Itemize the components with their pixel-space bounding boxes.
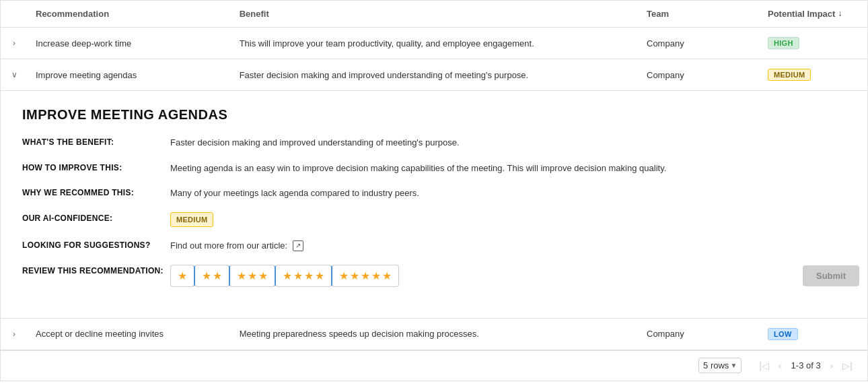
impact-badge: MEDIUM	[768, 69, 811, 81]
rows-dropdown[interactable]: 5 rows ▼	[698, 358, 742, 373]
recommendations-table: Recommendation Benefit Team Potential Im…	[0, 0, 868, 381]
impact-badge: LOW	[768, 328, 798, 340]
star-4-4: ★	[315, 269, 324, 282]
star-2-1: ★	[202, 269, 211, 282]
star-5-5: ★	[382, 269, 392, 282]
star-2-2: ★	[213, 269, 222, 282]
star-4-1: ★	[283, 269, 292, 282]
star-group-1[interactable]: ★	[170, 265, 194, 287]
table-row[interactable]: ∨ Improve meeting agendas Faster decisio…	[1, 59, 867, 91]
impact-col-header: Potential Impact ↓	[760, 6, 867, 22]
page-info: 1-3 of 3	[791, 360, 821, 370]
row-expand-chevron[interactable]: ›	[1, 38, 28, 48]
star-4-3: ★	[304, 269, 314, 282]
confidence-badge: MEDIUM	[170, 212, 213, 228]
row-benefit: This will improve your team productivity…	[231, 36, 639, 51]
row-recommendation: Improve meeting agendas	[28, 67, 231, 83]
review-detail-row: REVIEW THIS RECOMMENDATION: ★ ★ ★ ★	[22, 265, 846, 287]
star-rating[interactable]: ★ ★ ★ ★ ★ ★ ★ ★	[170, 265, 399, 287]
suggestions-label: LOOKING FOR SUGGESTIONS?	[22, 239, 170, 250]
star-5-1: ★	[339, 269, 349, 282]
row-benefit: Meeting preparedness speeds up decision …	[231, 326, 639, 342]
star-3-1: ★	[237, 269, 246, 282]
row-benefit: Faster decision making and improved unde…	[231, 67, 639, 83]
row-impact: MEDIUM	[760, 66, 867, 84]
rating-row: ★ ★ ★ ★ ★ ★ ★ ★	[170, 265, 859, 287]
page-navigation: |◁ ‹ 1-3 of 3 › ▷|	[755, 358, 857, 374]
star-5-4: ★	[371, 269, 381, 282]
star-1: ★	[178, 269, 187, 282]
star-3-3: ★	[258, 269, 268, 282]
team-col-header: Team	[639, 6, 760, 22]
star-5-3: ★	[361, 269, 370, 282]
how-value: Meeting agenda is an easy win to improve…	[170, 162, 846, 175]
suggestions-text: Find out more from our article:	[170, 240, 287, 251]
star-5-2: ★	[350, 269, 359, 282]
benefit-col-header: Benefit	[231, 6, 639, 22]
how-label: HOW TO IMPROVE THIS:	[22, 162, 170, 172]
detail-section: IMPROVE MEETING AGENDAS WHAT'S THE BENEF…	[1, 91, 867, 319]
table-row[interactable]: › Accept or decline meeting invites Meet…	[1, 319, 867, 350]
external-link-icon[interactable]	[293, 240, 303, 251]
submit-button[interactable]: Submit	[803, 265, 859, 286]
row-expand-chevron[interactable]: ∨	[1, 70, 28, 79]
row-impact: LOW	[760, 325, 867, 343]
star-4-2: ★	[293, 269, 303, 282]
first-page-button[interactable]: |◁	[755, 358, 773, 374]
expand-col-header	[1, 6, 28, 22]
confidence-value: MEDIUM	[170, 212, 846, 228]
benefit-label: WHAT'S THE BENEFIT:	[22, 136, 170, 147]
rows-count: 5 rows	[703, 360, 729, 370]
review-label: REVIEW THIS RECOMMENDATION:	[22, 265, 170, 275]
pagination-row: 5 rows ▼ |◁ ‹ 1-3 of 3 › ▷|	[1, 350, 867, 381]
benefit-detail-row: WHAT'S THE BENEFIT: Faster decision maki…	[22, 136, 846, 150]
star-group-2[interactable]: ★ ★	[194, 265, 229, 287]
next-page-button[interactable]: ›	[826, 358, 838, 374]
table-header: Recommendation Benefit Team Potential Im…	[1, 1, 867, 28]
suggestions-value: Find out more from our article:	[170, 239, 846, 253]
why-detail-row: WHY WE RECOMMED THIS: Many of your meeti…	[22, 187, 846, 200]
row-team: Company	[639, 36, 760, 51]
detail-title: IMPROVE MEETING AGENDAS	[22, 107, 846, 123]
benefit-value: Faster decision making and improved unde…	[170, 136, 846, 150]
row-recommendation: Increase deep-work time	[28, 36, 231, 51]
last-page-button[interactable]: ▷|	[838, 358, 857, 374]
why-value: Many of your meetings lack agenda compar…	[170, 187, 846, 200]
recommendation-col-header: Recommendation	[28, 6, 231, 22]
why-label: WHY WE RECOMMED THIS:	[22, 187, 170, 197]
confidence-detail-row: OUR AI-CONFIDENCE: MEDIUM	[22, 212, 846, 228]
rows-selector: 5 rows ▼	[698, 358, 742, 373]
row-team: Company	[639, 326, 760, 342]
suggestions-detail-row: LOOKING FOR SUGGESTIONS? Find out more f…	[22, 239, 846, 253]
row-expand-chevron[interactable]: ›	[1, 329, 28, 339]
star-group-5[interactable]: ★ ★ ★ ★ ★	[332, 265, 399, 287]
sort-icon[interactable]: ↓	[838, 9, 842, 18]
row-recommendation: Accept or decline meeting invites	[28, 326, 231, 342]
how-detail-row: HOW TO IMPROVE THIS: Meeting agenda is a…	[22, 162, 846, 175]
star-3-2: ★	[248, 269, 257, 282]
table-row[interactable]: › Increase deep-work time This will impr…	[1, 28, 867, 59]
star-group-3[interactable]: ★ ★ ★	[229, 265, 275, 287]
confidence-label: OUR AI-CONFIDENCE:	[22, 212, 170, 223]
row-team: Company	[639, 67, 760, 83]
impact-badge: HIGH	[768, 37, 799, 49]
star-group-4[interactable]: ★ ★ ★ ★	[275, 265, 332, 287]
dropdown-arrow-icon: ▼	[730, 362, 737, 369]
row-impact: HIGH	[760, 34, 867, 52]
prev-page-button[interactable]: ‹	[774, 358, 786, 374]
